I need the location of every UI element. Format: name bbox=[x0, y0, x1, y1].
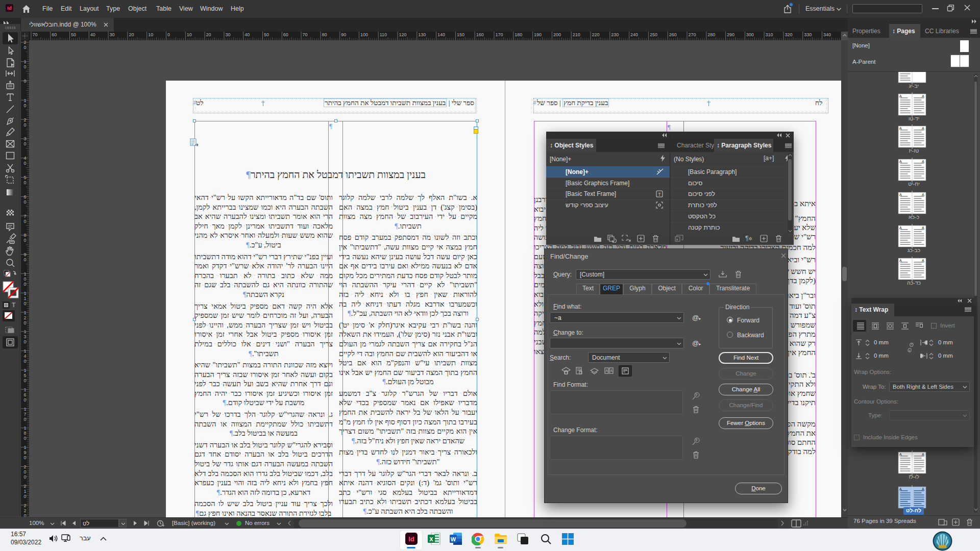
svg-text:330: 330 bbox=[804, 32, 812, 37]
svg-text:60: 60 bbox=[283, 32, 288, 37]
svg-text:A: A bbox=[922, 453, 924, 456]
svg-text:A: A bbox=[610, 369, 612, 372]
svg-text:T: T bbox=[658, 192, 661, 197]
svg-text:0: 0 bbox=[23, 161, 26, 166]
svg-text:0: 0 bbox=[23, 469, 26, 474]
svg-text:170: 170 bbox=[496, 32, 503, 37]
svg-text:1: 1 bbox=[23, 387, 26, 392]
svg-text:9: 9 bbox=[23, 252, 26, 257]
svg-text:A: A bbox=[899, 193, 902, 196]
svg-text:90: 90 bbox=[341, 32, 346, 37]
svg-text:0: 0 bbox=[23, 282, 26, 287]
svg-text:4: 4 bbox=[23, 156, 26, 161]
svg-text:310: 310 bbox=[766, 32, 773, 37]
svg-text:2: 2 bbox=[23, 315, 26, 320]
svg-text:0: 0 bbox=[23, 339, 26, 344]
svg-text:10: 10 bbox=[148, 32, 153, 37]
svg-text:7: 7 bbox=[23, 412, 26, 417]
svg-text:140: 140 bbox=[437, 32, 445, 37]
svg-text:2: 2 bbox=[23, 117, 26, 122]
svg-text:2: 2 bbox=[23, 484, 26, 489]
svg-text:A: A bbox=[899, 127, 902, 130]
svg-text:A: A bbox=[922, 226, 924, 230]
svg-text:1: 1 bbox=[23, 271, 26, 277]
svg-text:A: A bbox=[605, 369, 608, 372]
svg-text:A: A bbox=[899, 160, 902, 163]
svg-text:1: 1 bbox=[23, 291, 26, 296]
svg-text:120: 120 bbox=[399, 32, 407, 37]
svg-text:70: 70 bbox=[32, 32, 37, 37]
svg-text:280: 280 bbox=[707, 32, 715, 37]
svg-text:1: 1 bbox=[23, 425, 26, 431]
svg-text:110: 110 bbox=[380, 32, 387, 37]
svg-text:W: W bbox=[451, 536, 456, 542]
svg-text:8: 8 bbox=[23, 233, 26, 238]
svg-text:A: A bbox=[922, 193, 924, 196]
svg-text:5: 5 bbox=[23, 175, 26, 180]
svg-text:6: 6 bbox=[23, 194, 26, 199]
svg-text:0: 0 bbox=[23, 301, 26, 306]
svg-text:A: A bbox=[899, 259, 902, 262]
svg-text:80: 80 bbox=[322, 32, 327, 37]
svg-text:30: 30 bbox=[225, 32, 230, 37]
svg-text:340: 340 bbox=[823, 32, 831, 37]
svg-text:300: 300 bbox=[746, 32, 754, 37]
svg-text:210: 210 bbox=[573, 32, 580, 37]
svg-text:1: 1 bbox=[23, 59, 26, 64]
svg-text:A: A bbox=[922, 127, 924, 130]
svg-text:0: 0 bbox=[23, 474, 26, 480]
svg-text:A: A bbox=[899, 453, 902, 456]
svg-text:A: A bbox=[899, 487, 902, 491]
svg-text:A: A bbox=[922, 259, 924, 262]
svg-text:A: A bbox=[899, 94, 902, 98]
svg-text:5: 5 bbox=[23, 373, 26, 378]
svg-text:100: 100 bbox=[360, 32, 368, 37]
svg-text:0: 0 bbox=[23, 64, 26, 69]
svg-text:0: 0 bbox=[23, 238, 26, 243]
svg-text:2: 2 bbox=[23, 464, 26, 469]
svg-text:0: 0 bbox=[23, 257, 26, 262]
svg-text:230: 230 bbox=[611, 32, 619, 37]
svg-text:0: 0 bbox=[23, 277, 26, 282]
svg-text:0: 0 bbox=[23, 397, 26, 403]
svg-text:3: 3 bbox=[23, 334, 26, 339]
svg-text:1: 1 bbox=[23, 489, 26, 494]
svg-text:290: 290 bbox=[727, 32, 734, 37]
svg-text:160: 160 bbox=[476, 32, 484, 37]
svg-text:0: 0 bbox=[23, 436, 26, 441]
svg-text:50: 50 bbox=[264, 32, 269, 37]
svg-text:0: 0 bbox=[23, 141, 26, 146]
svg-text:1: 1 bbox=[23, 445, 26, 450]
svg-text:0: 0 bbox=[23, 378, 26, 383]
svg-text:0: 0 bbox=[23, 79, 26, 84]
svg-text:180: 180 bbox=[514, 32, 522, 37]
svg-text:0: 0 bbox=[23, 180, 26, 185]
svg-text:150: 150 bbox=[457, 32, 464, 37]
svg-text:20: 20 bbox=[129, 32, 134, 37]
svg-text:0: 0 bbox=[23, 417, 26, 422]
svg-text:1: 1 bbox=[23, 296, 26, 301]
svg-text:8: 8 bbox=[23, 431, 26, 436]
svg-text:10: 10 bbox=[187, 32, 192, 37]
svg-text:1: 1 bbox=[23, 98, 26, 103]
svg-text:1: 1 bbox=[23, 407, 26, 412]
svg-text:0: 0 bbox=[23, 455, 26, 460]
svg-text:7: 7 bbox=[23, 214, 26, 219]
svg-text:0: 0 bbox=[167, 32, 170, 37]
svg-text:A: A bbox=[922, 94, 924, 98]
svg-text:1: 1 bbox=[23, 348, 26, 354]
svg-text:250: 250 bbox=[650, 32, 657, 37]
svg-text:30: 30 bbox=[110, 32, 115, 37]
svg-text:200: 200 bbox=[553, 32, 561, 37]
svg-text:40: 40 bbox=[244, 32, 250, 37]
svg-text:1: 1 bbox=[23, 310, 26, 315]
svg-text:20: 20 bbox=[206, 32, 211, 37]
svg-text:4: 4 bbox=[23, 354, 26, 359]
svg-text:260: 260 bbox=[669, 32, 677, 37]
svg-text:9: 9 bbox=[23, 450, 26, 455]
svg-text:220: 220 bbox=[592, 32, 600, 37]
svg-text:0: 0 bbox=[23, 320, 26, 325]
svg-text:70: 70 bbox=[303, 32, 308, 37]
svg-text:2: 2 bbox=[23, 40, 26, 45]
svg-text:50: 50 bbox=[71, 32, 76, 37]
